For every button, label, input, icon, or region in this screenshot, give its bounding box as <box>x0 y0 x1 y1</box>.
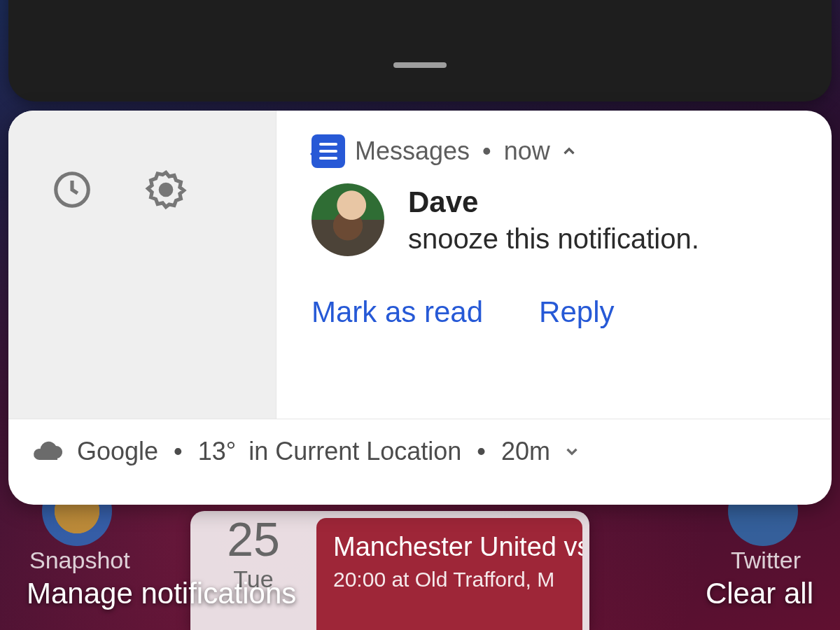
notification-swipe-actions <box>8 111 276 419</box>
snooze-icon[interactable] <box>50 168 94 211</box>
cloud-icon <box>31 435 64 468</box>
expand-icon[interactable] <box>563 442 581 461</box>
calendar-event-title: Manchester United vs D <box>333 532 566 562</box>
separator-dot: • <box>479 136 494 166</box>
home-app-label: Twitter <box>731 547 801 574</box>
weather-age: 20m <box>501 437 550 466</box>
calendar-day-number: 25 <box>190 515 316 563</box>
quick-settings-panel[interactable] <box>8 0 832 102</box>
notification-content[interactable]: Messages • now Dave snooze this notifica… <box>276 111 832 419</box>
separator-dot: • <box>474 437 489 466</box>
svg-point-1 <box>160 184 172 195</box>
collapse-icon[interactable] <box>560 142 578 160</box>
weather-notification[interactable]: Google • 13° in Current Location • 20m <box>8 419 832 505</box>
panel-drag-handle[interactable] <box>393 62 447 68</box>
weather-location: in Current Location <box>248 437 461 466</box>
settings-icon[interactable] <box>144 168 188 211</box>
reply-button[interactable]: Reply <box>539 295 614 329</box>
notification-header[interactable]: Messages • now <box>312 134 802 168</box>
shade-footer: Manage notifications Clear all <box>0 577 840 630</box>
notification-shade: Messages • now Dave snooze this notifica… <box>8 111 832 505</box>
notification-message: snooze this notification. <box>408 223 699 255</box>
home-app-label: Snapshot <box>29 547 130 574</box>
weather-source: Google <box>77 437 158 466</box>
notification-action-row: Mark as read Reply <box>312 295 802 329</box>
notification-time: now <box>504 136 550 166</box>
sender-avatar <box>312 183 384 256</box>
notification-expanded[interactable]: Messages • now Dave snooze this notifica… <box>8 111 832 419</box>
separator-dot: • <box>171 437 186 466</box>
clear-all-button[interactable]: Clear all <box>706 577 813 610</box>
messages-app-icon <box>312 134 345 168</box>
mark-as-read-button[interactable]: Mark as read <box>312 295 483 329</box>
notification-app-name: Messages <box>355 136 470 166</box>
manage-notifications-button[interactable]: Manage notifications <box>27 577 296 610</box>
notification-body: Dave snooze this notification. <box>312 183 802 256</box>
notification-sender: Dave <box>408 186 699 219</box>
weather-temp: 13° <box>198 437 236 466</box>
